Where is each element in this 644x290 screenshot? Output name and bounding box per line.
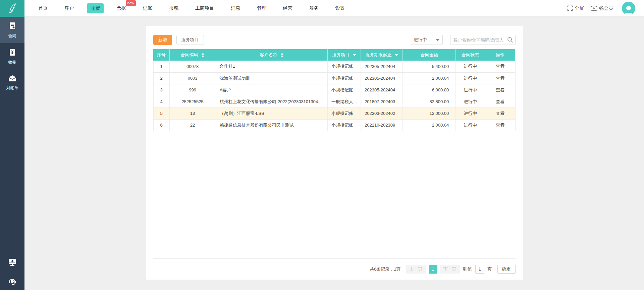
goto-page-input[interactable] [475,265,484,274]
status-filter-select[interactable]: 进行中 [411,35,443,45]
sort-icon[interactable] [281,53,283,57]
nav-item[interactable]: 报税 [165,3,182,13]
client-download-icon[interactable] [8,258,17,266]
current-page-button[interactable]: 1 [429,265,437,274]
contract-icon [8,22,16,31]
sort-icon[interactable] [202,53,204,57]
cell-service-period: 202305-202404 [361,72,403,84]
cell-status: 进行中 [456,107,485,119]
sidebar-item[interactable]: 收费 [0,43,24,70]
cell-service-item: 一般纳税人... [327,96,361,107]
cell-customer-name: A客户 [216,84,327,96]
pagination: 共6条记录，1页 上一页 1 下一页 到第 页 确定 [153,258,516,280]
cell-contract-code: 999 [169,84,216,96]
nav-item[interactable]: 设置 [332,3,348,13]
cell-status: 进行中 [456,96,485,107]
search-icon[interactable] [507,37,514,43]
cell-customer-name: 畅捷通信息技术股份有限公司民非测试 [216,119,327,131]
toolbar: 新增 服务项目 进行中 [146,26,523,45]
cell-service-period: 202303-202402 [361,107,403,119]
cell-service-period: 202305-202404 [361,84,403,96]
cell-service-period: 202210-202309 [361,119,403,131]
sidebar-item[interactable]: 合同 [0,17,24,43]
column-header[interactable]: 操作 [485,49,515,61]
nav-item[interactable]: 工商项目 [192,3,218,13]
view-link[interactable]: 查看 [496,99,504,104]
nav-item[interactable]: 收费 [87,3,104,13]
user-avatar[interactable] [622,2,635,15]
cell-status: 进行中 [456,119,485,131]
column-header[interactable]: 客户名称 [216,49,327,61]
add-button[interactable]: 新增 [153,35,172,45]
nav-item[interactable]: 经营 [279,3,296,13]
app-logo[interactable] [0,0,24,17]
service-items-button[interactable]: 服务项目 [176,35,204,45]
search-box [450,35,516,45]
cell-contract-code: 0003 [169,72,216,84]
cell-amount: 82,800.00 [403,96,456,107]
cell-seq: 1 [153,61,169,72]
main-area: 新增 服务项目 进行中 [24,17,644,290]
view-link[interactable]: 查看 [496,87,504,92]
table-row: 1 00078 合作社1 小规模记账 202305-202404 5,400.0… [153,61,515,72]
cell-service-item: 小规模记账 [327,119,361,131]
column-header[interactable]: 合同编码 [169,49,216,61]
statement-icon [8,75,17,83]
column-header[interactable]: 合同状态 [456,49,485,61]
next-page-button[interactable]: 下一页 [440,265,460,274]
cell-contract-code: 22 [169,119,216,131]
nav-item[interactable]: 记账 [139,3,156,13]
table-row: 3 999 A客户 小规模记账 202305-202404 6,000.00 进… [153,84,515,96]
left-sidebar: 合同 收费 对账单 [0,17,24,290]
record-summary: 共6条记录，1页 [370,266,400,272]
nav-item[interactable]: 管理 [253,3,270,13]
view-link[interactable]: 查看 [496,76,504,81]
column-header[interactable]: 服务项目 [327,49,361,61]
cell-amount: 2,000.04 [403,119,456,131]
top-bar-right: 全屏 畅会员 [567,2,644,15]
view-link[interactable]: 查看 [496,123,504,128]
cell-service-period: 201807-202403 [361,96,403,107]
customer-service-icon[interactable] [8,277,16,285]
fullscreen-icon [567,5,573,11]
view-link[interactable]: 查看 [496,111,504,116]
cell-seq: 3 [153,84,169,96]
nav-item[interactable]: 票据 new [113,3,130,13]
person-icon [623,4,634,15]
nav-item[interactable]: 服务 [306,3,322,13]
prev-page-button[interactable]: 上一页 [406,265,426,274]
table-header-row: 序号 合同编码 客户名称 [153,49,515,61]
table-row: 2 0003 沈海英测试勿删 小规模记账 202305-202404 2,000… [153,72,515,84]
cell-seq: 5 [153,107,169,119]
filter-icon[interactable] [353,54,356,56]
view-link[interactable]: 查看 [496,64,504,69]
contract-table: 序号 合同编码 客户名称 [153,49,516,131]
cell-amount: 5,400.00 [403,61,456,72]
cell-contract-code: 252525525 [169,96,216,107]
contract-list-card: 新增 服务项目 进行中 [146,26,523,280]
contract-table-wrap: 序号 合同编码 客户名称 [146,45,523,131]
cell-customer-name: 合作社1 [216,61,327,72]
cell-customer-name: （勿删）江西服宝-LSS [216,107,327,119]
chevron-down-icon [436,39,439,41]
column-header[interactable]: 合同金额 [403,49,456,61]
column-header[interactable]: 服务期限起止 [361,49,403,61]
column-header[interactable]: 序号 [153,49,169,61]
sidebar-bottom [0,258,24,285]
nav-item[interactable]: 首页 [35,3,51,13]
feather-logo-icon [6,2,19,15]
nav-item[interactable]: 客户 [61,3,77,13]
sidebar-item[interactable]: 对账单 [0,70,24,95]
cell-seq: 2 [153,72,169,84]
filter-icon[interactable] [395,54,398,56]
fullscreen-button[interactable]: 全屏 [567,5,584,11]
cell-service-item: 小规模记账 [327,107,361,119]
cell-customer-name: 杭州杠上花文化传播有限公司-2022(202303101304... [216,96,327,107]
member-button[interactable]: 畅会员 [591,5,613,11]
cell-amount: 6,000.00 [403,84,456,96]
nav-item[interactable]: 消息 [227,3,244,13]
cell-status: 进行中 [456,84,485,96]
cell-service-item: 小规模记账 [327,72,361,84]
goto-confirm-button[interactable]: 确定 [497,265,516,274]
search-input[interactable] [450,35,516,45]
